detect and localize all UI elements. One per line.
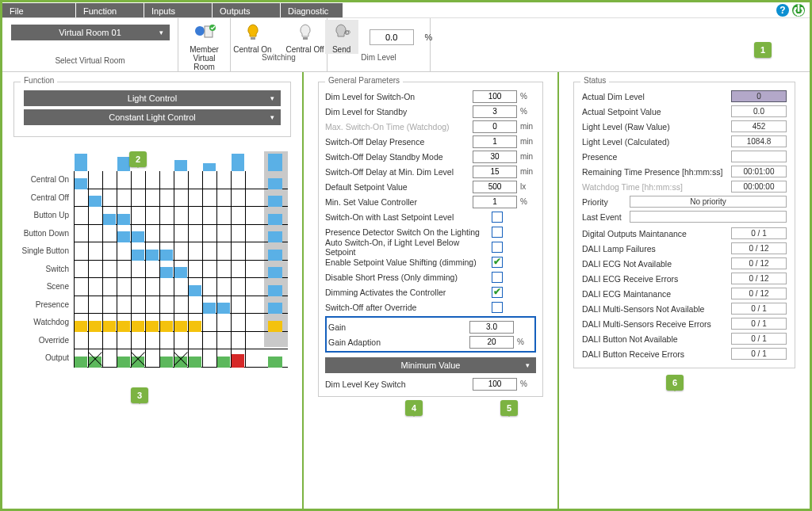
checkbox[interactable]	[492, 287, 503, 298]
param-row: Switch-Off Delay at Min. Dim Level min	[325, 164, 536, 179]
diag-row: DALI Lamp Failures0 / 12	[582, 241, 787, 256]
dim-key-label: Dim Level Key Switch	[325, 379, 473, 389]
status-value	[731, 151, 787, 162]
central-on-button[interactable]: Central On	[231, 20, 275, 54]
bulb-on-icon	[242, 21, 264, 44]
diag-value: 0 / 1	[731, 348, 787, 360]
checkbox[interactable]	[492, 272, 503, 283]
gain-group: Gain Gain Adaption %	[325, 316, 536, 353]
status-value: 00:01:00	[731, 166, 787, 177]
diag-row: DALI Multi-Sensors Not Available0 / 1	[582, 301, 787, 316]
member-vr-label: MemberVirtual Room	[182, 45, 227, 71]
diag-row: DALI ECG Receive Errors0 / 12	[582, 271, 787, 286]
function-fieldset: Function Light Control Constant Light Co…	[13, 82, 291, 137]
param-check-row: Switch-On with Last Setpoint Level	[325, 209, 536, 224]
diag-value: 0 / 1	[731, 318, 787, 330]
dim-key-input[interactable]	[473, 378, 517, 391]
param-row: Min. Set Value Controller %	[325, 194, 536, 209]
diag-row: DALI Button Receive Errors0 / 1	[582, 346, 787, 361]
central-off-button[interactable]: Central Off	[283, 20, 327, 54]
param-input[interactable]	[473, 166, 517, 178]
diag-row: DALI Button Not Available0 / 1	[582, 331, 787, 346]
virtual-room-select[interactable]: Virtual Room 01	[11, 25, 170, 40]
callout-3: 3	[131, 387, 148, 403]
toolbar: Virtual Room 01 Select Virtual Room Memb…	[2, 18, 810, 72]
param-input[interactable]	[473, 151, 517, 163]
power-icon[interactable]: ⏻	[792, 4, 805, 17]
state-chart: Central OnCentral OffButton UpButton Dow…	[13, 151, 291, 361]
status-row: Remaining Time Presence [hh:mm:ss]00:01:…	[582, 164, 787, 179]
param-row: Dim Level for Switch-On %	[325, 89, 536, 104]
status-value: 0	[731, 90, 787, 102]
dim-level-input[interactable]	[370, 29, 414, 45]
gain-adaption-label: Gain Adaption	[328, 337, 469, 347]
status-value: 1084.8	[731, 135, 787, 147]
bulb-send-icon: @	[331, 21, 353, 44]
help-icon[interactable]: ?	[776, 4, 789, 17]
svg-rect-3	[251, 37, 255, 40]
menu-diagnostic[interactable]: Diagnostic	[281, 3, 343, 17]
status-row: Light Level (Raw Value)452	[582, 119, 787, 134]
svg-text:@: @	[344, 29, 350, 36]
param-check-row: Auto Switch-On, if Light Level Below Set…	[325, 239, 536, 254]
function-title: Function	[21, 76, 57, 85]
minimum-value-select[interactable]: Minimum Value	[325, 357, 536, 373]
diag-value: 0 / 1	[731, 303, 787, 315]
param-check-row: Dimming Activates the Controller	[325, 284, 536, 299]
lastevent-value	[630, 211, 787, 223]
send-button[interactable]: @ Send	[325, 20, 358, 54]
callout-2: 2	[129, 151, 147, 167]
diag-row: DALI ECG Not Available0 / 12	[582, 256, 787, 271]
param-input[interactable]	[473, 105, 517, 118]
function-subtype-select[interactable]: Constant Light Control	[24, 109, 281, 125]
status-row: Actual Dim Level0	[582, 89, 787, 104]
diag-value: 0 / 12	[731, 257, 787, 269]
member-virtual-room-button[interactable]: MemberVirtual Room	[182, 20, 227, 71]
dim-unit: %	[425, 32, 433, 42]
menu-bar: File Function Inputs Outputs Diagnostic …	[2, 2, 810, 18]
callout-1: 1	[754, 42, 772, 58]
status-row: Watchdog Time [hh:mm:ss]00:00:00	[582, 179, 787, 194]
status-row: Actual Setpoint Value0.0	[582, 104, 787, 119]
diag-row: Digital Outputs Maintanance0 / 1	[582, 226, 787, 241]
gain-adaption-input[interactable]	[469, 336, 514, 349]
param-check-row: Disable Short Press (Only dimming)	[325, 269, 536, 284]
diag-value: 0 / 12	[731, 242, 787, 254]
callout-5: 5	[500, 400, 518, 416]
status-value: 00:00:00	[731, 181, 787, 193]
param-input[interactable]	[473, 90, 517, 103]
bulb-off-icon	[294, 21, 316, 44]
checkbox[interactable]	[492, 227, 503, 238]
menu-inputs[interactable]: Inputs	[144, 3, 212, 17]
checkbox[interactable]	[492, 302, 503, 313]
gain-input[interactable]	[469, 321, 514, 334]
diag-value: 0 / 12	[731, 273, 787, 284]
status-fieldset: Status Actual Dim Level0Actual Setpoint …	[573, 82, 795, 368]
param-row: Dim Level for Standby %	[325, 104, 536, 119]
param-input[interactable]	[473, 135, 517, 148]
svg-point-0	[195, 26, 205, 36]
diag-value: 0 / 1	[731, 333, 787, 345]
menu-file[interactable]: File	[2, 3, 75, 17]
param-input[interactable]	[473, 196, 517, 208]
param-row: Default Setpoint Value lx	[325, 179, 536, 194]
gain-label: Gain	[328, 322, 469, 332]
param-input[interactable]	[473, 120, 517, 133]
param-check-row: Enable Setpoint Value Shifting (dimming)	[325, 254, 536, 269]
menu-outputs[interactable]: Outputs	[213, 3, 280, 17]
status-value: 0.0	[731, 105, 787, 117]
menu-function[interactable]: Function	[76, 3, 144, 17]
svg-rect-4	[303, 37, 308, 40]
member-vr-icon	[193, 21, 216, 44]
function-type-select[interactable]: Light Control	[24, 90, 281, 106]
param-input[interactable]	[473, 181, 517, 193]
status-row: Presence	[582, 149, 787, 164]
checkbox[interactable]	[492, 242, 503, 253]
select-vr-caption: Select Virtual Room	[55, 56, 124, 65]
param-row: Max. Switch-On Time (Watchdog) min	[325, 119, 536, 134]
checkbox[interactable]	[492, 212, 503, 223]
callout-4: 4	[405, 400, 423, 416]
status-row: Light Level (Calculated)1084.8	[582, 134, 787, 149]
dim-level-caption: Dim Level	[334, 53, 423, 62]
checkbox[interactable]	[492, 257, 503, 268]
